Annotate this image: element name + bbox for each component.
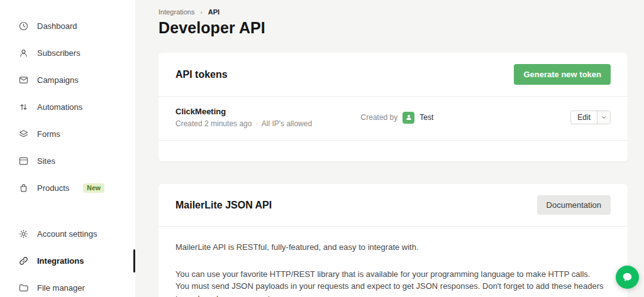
sidebar-item-subscribers[interactable]: Subscribers [0, 40, 135, 67]
link-icon [18, 256, 29, 266]
sidebar-item-automations[interactable]: Automations [0, 94, 135, 121]
bag-icon [18, 183, 29, 193]
edit-dropdown-toggle[interactable] [597, 111, 610, 124]
subscribers-icon [18, 48, 29, 58]
token-created: Created 2 minutes ago [175, 119, 252, 128]
sidebar-item-file-manager[interactable]: File manager [0, 274, 135, 297]
sidebar: Dashboard Subscribers Campaigns Automati… [0, 0, 135, 297]
breadcrumb-separator-icon: › [200, 9, 202, 16]
breadcrumb-integrations[interactable]: Integrations [158, 8, 194, 16]
chat-icon [621, 271, 633, 283]
envelope-icon [18, 75, 29, 85]
token-row: ClickMeeting Created 2 minutes ago · All… [158, 97, 628, 141]
sidebar-item-forms[interactable]: Forms [0, 121, 135, 148]
breadcrumb: Integrations › API [158, 8, 628, 16]
sidebar-item-label: Dashboard [37, 21, 77, 31]
sidebar-item-label: Subscribers [37, 48, 80, 58]
chat-launcher-button[interactable] [616, 266, 639, 289]
token-info: ClickMeeting Created 2 minutes ago · All… [175, 107, 361, 128]
documentation-button[interactable]: Documentation [537, 195, 611, 215]
json-api-body: MailerLite API is RESTful, fully-feature… [158, 227, 628, 297]
api-tokens-title: API tokens [175, 69, 228, 80]
sidebar-item-campaigns[interactable]: Campaigns [0, 67, 135, 94]
sidebar-item-label: Forms [37, 129, 60, 139]
breadcrumb-api: API [208, 8, 219, 16]
created-by-label: Created by [361, 113, 398, 122]
sidebar-item-label: Account settings [37, 229, 97, 239]
api-tokens-card: API tokens Generate new token ClickMeeti… [158, 53, 628, 161]
chevron-down-icon [601, 114, 607, 121]
edit-split-button: Edit [570, 111, 611, 124]
main-content: Integrations › API Developer API API tok… [135, 0, 644, 297]
generate-token-button[interactable]: Generate new token [514, 64, 611, 85]
api-tokens-card-footer [158, 141, 628, 161]
sidebar-item-label: File manager [37, 283, 85, 293]
new-badge: New [83, 183, 104, 193]
edit-button[interactable]: Edit [571, 111, 597, 124]
browser-icon [18, 156, 29, 166]
sidebar-item-label: Campaigns [37, 75, 79, 85]
gear-icon [18, 229, 29, 239]
sidebar-item-label: Automations [37, 102, 82, 112]
api-instructions-line2: You must send JSON payloads in your requ… [175, 280, 611, 297]
layers-icon [18, 129, 29, 139]
sidebar-item-integrations[interactable]: Integrations [0, 247, 135, 274]
token-meta: Created 2 minutes ago · All IP's allowed [175, 119, 361, 128]
sidebar-item-products[interactable]: Products New [0, 175, 135, 202]
api-instructions-line1: You can use your favorite HTTP/REST libr… [175, 268, 611, 281]
sidebar-item-label: Products [37, 183, 69, 193]
sidebar-item-sites[interactable]: Sites [0, 148, 135, 175]
sidebar-item-account-settings[interactable]: Account settings [0, 220, 135, 247]
api-tokens-header: API tokens Generate new token [158, 53, 628, 97]
page-title: Developer API [158, 19, 628, 37]
dashboard-icon [18, 21, 29, 31]
owner-avatar [402, 112, 414, 124]
automations-icon [18, 102, 29, 112]
meta-dot: · [255, 121, 257, 127]
sidebar-item-label: Integrations [37, 256, 84, 266]
json-api-title: MailerLite JSON API [175, 200, 272, 211]
owner-name: Test [419, 113, 433, 122]
token-name: ClickMeeting [175, 107, 361, 116]
json-api-card: MailerLite JSON API Documentation Mailer… [158, 184, 628, 297]
folder-icon [18, 283, 29, 293]
api-intro-text: MailerLite API is RESTful, fully-feature… [175, 241, 611, 254]
created-by: Created by Test [361, 112, 434, 124]
json-api-header: MailerLite JSON API Documentation [158, 184, 628, 227]
sidebar-group-gap [0, 202, 135, 220]
sidebar-item-label: Sites [37, 156, 55, 166]
sidebar-item-dashboard[interactable]: Dashboard [0, 13, 135, 40]
token-ip-scope: All IP's allowed [262, 119, 312, 128]
